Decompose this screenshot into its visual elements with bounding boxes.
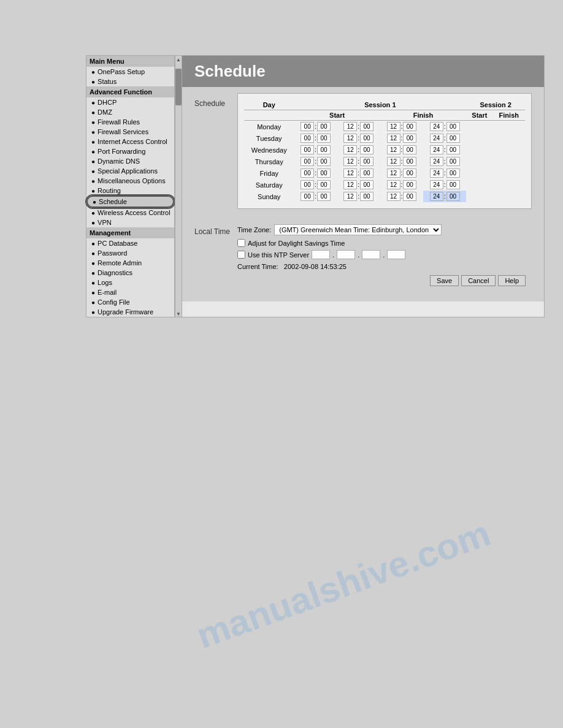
s1-finish-hour-input[interactable] (343, 134, 357, 143)
sidebar-item-special-applications[interactable]: ● Special Applications (86, 166, 174, 176)
s1-finish-min-input[interactable] (360, 145, 373, 154)
s2-finish-min-input[interactable] (446, 192, 460, 201)
sidebar-item-upgrade-firmware[interactable]: ● Upgrade Firmware (86, 307, 174, 317)
s2-finish-hour-input[interactable] (430, 145, 443, 154)
main-menu-header: Main Menu (86, 56, 174, 67)
s2-start-hour-input[interactable] (387, 145, 400, 154)
sidebar-item-vpn[interactable]: ● VPN (86, 218, 174, 227)
sidebar-item-port-forwarding[interactable]: ● Port Forwarding (86, 146, 174, 156)
s2-start-min-input[interactable] (403, 192, 416, 201)
s1-finish-hour-input[interactable] (343, 157, 357, 166)
sidebar-item-routing[interactable]: ● Routing (86, 186, 174, 195)
sidebar-item-internet-access-control[interactable]: ● Internet Access Control (86, 137, 174, 146)
s1-finish-min-input[interactable] (360, 134, 373, 143)
s2-start-min-input[interactable] (403, 145, 416, 154)
s2-start-cell: : (380, 144, 423, 156)
s2-start-min-input[interactable] (403, 157, 416, 166)
s1-start-min-input[interactable] (317, 169, 331, 178)
sidebar-item-email[interactable]: ● E-mail (86, 287, 174, 297)
ntp-input-3[interactable] (362, 250, 380, 259)
s1-finish-hour-input[interactable] (343, 192, 357, 201)
s2-finish-hour-input[interactable] (430, 134, 443, 143)
s1-finish-min-input[interactable] (360, 122, 373, 131)
s2-start-hour-input[interactable] (387, 180, 400, 189)
s2-start-min-input[interactable] (403, 122, 416, 131)
sidebar-item-password[interactable]: ● Password (86, 248, 174, 258)
s1-finish-hour-input[interactable] (343, 145, 357, 154)
s2-start-min-input[interactable] (403, 180, 416, 189)
sidebar-item-pc-database[interactable]: ● PC Database (86, 238, 174, 248)
cancel-button[interactable]: Cancel (461, 275, 496, 286)
s2-start-min-input[interactable] (403, 134, 416, 143)
s1-start-hour-input[interactable] (301, 180, 314, 189)
s1-finish-hour-input[interactable] (343, 169, 357, 178)
s2-start-hour-input[interactable] (387, 122, 400, 131)
s1-start-hour-input[interactable] (301, 192, 314, 201)
s1-start-min-input[interactable] (317, 180, 331, 189)
scroll-up-icon[interactable]: ▲ (175, 57, 182, 63)
sidebar-scrollbar[interactable]: ▲ ▼ (175, 55, 182, 317)
s2-finish-min-input[interactable] (446, 180, 460, 189)
sidebar-item-logs[interactable]: ● Logs (86, 278, 174, 287)
s2-finish-hour-input[interactable] (430, 157, 443, 166)
s1-start-min-input[interactable] (317, 145, 331, 154)
s1-start-min-input[interactable] (317, 134, 331, 143)
sidebar-item-dmz[interactable]: ● DMZ (86, 107, 174, 117)
s2-finish-hour-input[interactable] (430, 180, 443, 189)
s1-start-hour-input[interactable] (301, 157, 314, 166)
sidebar-item-dhcp[interactable]: ● DHCP (86, 97, 174, 107)
s1-finish-min-input[interactable] (360, 192, 373, 201)
s2-finish-min-input[interactable] (446, 145, 460, 154)
sidebar-item-status[interactable]: ● Status (86, 77, 174, 86)
s2-finish-min-input[interactable] (446, 122, 460, 131)
sidebar-item-onepass-setup[interactable]: ● OnePass Setup (86, 67, 174, 77)
s2-finish-min-input[interactable] (446, 169, 460, 178)
scroll-down-icon[interactable]: ▼ (175, 311, 182, 317)
s2-finish-hour-input[interactable] (430, 192, 443, 201)
s2-start-hour-input[interactable] (387, 169, 400, 178)
s2-finish-min-input[interactable] (446, 157, 460, 166)
daylight-savings-checkbox[interactable] (237, 239, 245, 247)
s2-start-hour-input[interactable] (387, 157, 400, 166)
sidebar-item-label: Upgrade Firmware (98, 308, 153, 316)
s1-start-cell: : (294, 121, 337, 133)
s1-finish-min-input[interactable] (360, 180, 373, 189)
sidebar-item-wireless-access-control[interactable]: ● Wireless Access Control (86, 208, 174, 218)
ntp-checkbox[interactable] (237, 251, 245, 259)
ntp-input-1[interactable] (312, 250, 330, 259)
scrollbar-thumb[interactable] (175, 69, 182, 105)
sidebar-item-firewall-services[interactable]: ● Firewall Services (86, 127, 174, 137)
s1-start-min-input[interactable] (317, 122, 331, 131)
s1-start-hour-input[interactable] (301, 134, 314, 143)
s2-finish-min-input[interactable] (446, 134, 460, 143)
save-button[interactable]: Save (430, 275, 459, 286)
help-button[interactable]: Help (498, 275, 526, 286)
sidebar-item-label: Wireless Access Control (98, 209, 170, 216)
s1-start-hour-input[interactable] (301, 122, 314, 131)
s1-start-hour-input[interactable] (301, 145, 314, 154)
s1-finish-min-input[interactable] (360, 169, 373, 178)
page-title: Schedule (194, 62, 532, 81)
sidebar-item-firewall-rules[interactable]: ● Firewall Rules (86, 117, 174, 127)
s1-finish-min-input[interactable] (360, 157, 373, 166)
s1-start-min-input[interactable] (317, 192, 331, 201)
s1-finish-hour-input[interactable] (343, 180, 357, 189)
sidebar-item-remote-admin[interactable]: ● Remote Admin (86, 258, 174, 268)
s1-finish-hour-input[interactable] (343, 122, 357, 131)
sidebar-item-config-file[interactable]: ● Config File (86, 297, 174, 307)
sidebar-item-schedule[interactable]: ● Schedule (86, 195, 174, 208)
s2-finish-hour-input[interactable] (430, 122, 443, 131)
s1-start-min-input[interactable] (317, 157, 331, 166)
s1-start-hour-input[interactable] (301, 169, 314, 178)
day-cell: Sunday (244, 191, 294, 202)
s2-start-hour-input[interactable] (387, 134, 400, 143)
sidebar-item-dynamic-dns[interactable]: ● Dynamic DNS (86, 156, 174, 166)
ntp-input-4[interactable] (387, 250, 405, 259)
s2-finish-hour-input[interactable] (430, 169, 443, 178)
ntp-input-2[interactable] (337, 250, 355, 259)
timezone-select[interactable]: (GMT) Greenwich Mean Time: Edinburgh, Lo… (274, 224, 442, 235)
s2-start-min-input[interactable] (403, 169, 416, 178)
s2-start-hour-input[interactable] (387, 192, 400, 201)
sidebar-item-miscellaneous-options[interactable]: ● Miscellaneous Options (86, 176, 174, 186)
sidebar-item-diagnostics[interactable]: ● Diagnostics (86, 268, 174, 278)
